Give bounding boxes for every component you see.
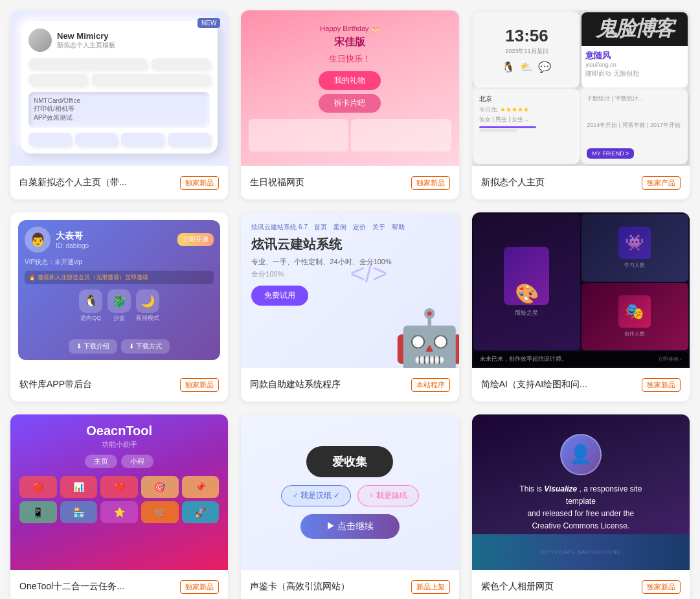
card-3-title: 新拟态个人主页 xyxy=(481,177,637,188)
card6-main-panel: 🎨 简绘之星 xyxy=(473,214,580,350)
card7-btn1: 主页 xyxy=(85,455,117,468)
card-7[interactable]: OeacnTool 功能小助手 主页 小程 🔴 📊 ❤️ 🎯 📌 📱 🏪 ⭐ 🛒… xyxy=(10,414,228,599)
card7-sub: 功能小助手 xyxy=(19,440,219,449)
card1-buttons xyxy=(28,133,210,146)
card4-promo: 🔥 邀请新人注册送会员（无限邀请）立即邀请 xyxy=(25,271,214,284)
card6-br-icon: 🎭 xyxy=(618,295,651,328)
card4-icon-sandbox-label: 沙盒 xyxy=(113,314,125,322)
card-8[interactable]: 爱收集 ♂ 我是汉纸 ✓ ♀ 我是妹纸 ▶ 点击继续 声鉴卡（高效引流网站） 新… xyxy=(241,414,458,599)
card2-btn1: 我的礼物 xyxy=(319,71,381,90)
card-8-title: 声鉴卡（高效引流网站） xyxy=(250,581,405,593)
card3-friend-label: 子数统计 | 字数统计... xyxy=(587,95,683,103)
card4-user-card: 👨 大表哥 ID: dabiogo 立即开通 VIP状态：未开通vip 🔥 邀请… xyxy=(18,220,220,360)
card2-btn2: 拆卡片吧 xyxy=(319,94,381,113)
card7-icon-3: ❤️ xyxy=(100,476,138,498)
card-7-footer: OneTool十二合一云任务... 独家新品 xyxy=(10,570,228,599)
card3-friend: 子数统计 | 字数统计... 2014年开始 | 博客年龄 | 2017年开始 … xyxy=(581,89,688,164)
card3-location: 北京 xyxy=(479,95,575,104)
card-2-thumbnail: Happy Birthday 🎂 宋佳版 生日快乐！ 我的礼物 拆卡片吧 xyxy=(241,10,458,166)
card4-avatar: 👨 xyxy=(25,227,51,253)
card3-brand-bottom: 北京 今日允: ★★★★★ 仙女 | 男生 | 女生... xyxy=(474,89,580,164)
card-6-footer: 简绘AI（支持AI绘图和问... 独家新品 xyxy=(472,368,690,401)
card-4-thumbnail: 👨 大表哥 ID: dabiogo 立即开通 VIP状态：未开通vip 🔥 邀请… xyxy=(10,212,228,368)
card-6-thumbnail: 🎨 简绘之星 👾 学习人数 🎭 创作人数 未来已来，创作效率超绝设计师。 立即体… xyxy=(472,212,690,368)
card4-download1: ⬇ 下载介绍 xyxy=(69,339,117,354)
card-2[interactable]: Happy Birthday 🎂 宋佳版 生日快乐！ 我的礼物 拆卡片吧 生日祝… xyxy=(241,10,458,199)
card2-top: Happy Birthday 🎂 xyxy=(320,25,379,33)
card3-friend-sub: 2014年开始 | 博客年龄 | 2017年开始 xyxy=(587,121,683,130)
card-2-badge: 独家新品 xyxy=(411,176,450,190)
card-4-title: 软件库APP带后台 xyxy=(19,379,175,390)
card4-download2: ⬇ 下载方式 xyxy=(121,339,170,354)
card2-grid-1 xyxy=(249,119,348,152)
card8-main-btn: 爱收集 xyxy=(306,446,393,477)
card3-info: 仙女 | 男生 | 女生... xyxy=(479,115,575,124)
card2-subtitle: 生日快乐！ xyxy=(329,53,371,65)
card-1-thumbnail: NEW New Mimicry 新拟态个人主页模板 xyxy=(10,10,228,166)
card-5-title-text: 同款自助建站系统程序 xyxy=(250,379,405,390)
card9-city-strip: CITYSCAPE BACKGROUND xyxy=(472,534,690,570)
card-9-thumbnail: 👤 This is Visualize , a responsive site … xyxy=(472,414,690,570)
card8-next-btn: ▶ 点击继续 xyxy=(300,514,400,539)
card-1-badge: 独家新品 xyxy=(180,176,219,190)
card1-desc: NMTCard/Office打印机/相机等APP效果测试 xyxy=(28,92,210,128)
card-7-thumbnail: OeacnTool 功能小助手 主页 小程 🔴 📊 ❤️ 🎯 📌 📱 🏪 ⭐ 🛒… xyxy=(10,414,228,570)
card-8-badge: 新品上架 xyxy=(411,580,450,594)
card-3[interactable]: 13:56 2023年11月某日 🐧 ⛅ 💬 鬼脸博客 意随风 yisuifen… xyxy=(472,10,690,199)
card-4-badge: 独家新品 xyxy=(180,378,219,392)
card5-title: 炫讯云建站系统 xyxy=(251,236,448,253)
card7-icon-5: 📌 xyxy=(182,476,220,498)
card-1[interactable]: NEW New Mimicry 新拟态个人主页模板 xyxy=(10,10,228,199)
card7-icon-8: ⭐ xyxy=(100,501,138,523)
card2-grid-2 xyxy=(351,119,451,152)
card-4[interactable]: 👨 大表哥 ID: dabiogo 立即开通 VIP状态：未开通vip 🔥 邀请… xyxy=(10,212,228,401)
card3-brand-top: 鬼脸博客 意随风 yisuifeng.cn 随即而动 无限创想 xyxy=(581,12,688,87)
card3-date-label: 2023年11月某日 xyxy=(505,47,548,56)
card6-btn-label: 立即体验 › xyxy=(658,356,682,363)
card3-time: 13:56 xyxy=(505,26,548,46)
card6-bottom-right: 🎭 创作人数 xyxy=(581,283,688,351)
card7-icons-row1: 🔴 📊 ❤️ 🎯 📌 xyxy=(19,476,219,498)
card-3-badge: 独家产品 xyxy=(642,176,681,190)
card4-download-btns: ⬇ 下载介绍 ⬇ 下载方式 xyxy=(25,339,214,354)
card8-gender-btns: ♂ 我是汉纸 ✓ ♀ 我是妹纸 xyxy=(281,485,418,506)
card3-ear-text: 鬼脸博客 xyxy=(596,15,673,43)
card4-icon-night-label: 夜间模式 xyxy=(136,314,159,322)
card6-bottom-bar: 未来已来，创作效率超绝设计师。 立即体验 › xyxy=(473,352,688,367)
card1-logo: New Mimicry xyxy=(57,31,115,41)
card8-male-btn: ♂ 我是汉纸 ✓ xyxy=(281,485,351,506)
card1-sub: 新拟态个人主页模板 xyxy=(57,41,115,50)
card3-friend-btn: MY FRIEND > xyxy=(587,148,634,159)
card5-robot: 🤖 xyxy=(393,306,459,368)
card7-icon-6: 📱 xyxy=(19,501,57,523)
card9-text: This is Visualize , a responsive site te… xyxy=(516,483,646,533)
card-9[interactable]: 👤 This is Visualize , a responsive site … xyxy=(472,414,690,599)
card7-icon-4: 🎯 xyxy=(141,476,179,498)
card6-bottom-text: 未来已来，创作效率超绝设计师。 xyxy=(480,355,567,363)
card9-text2: , a responsive site template xyxy=(566,484,642,506)
card7-btns: 主页 小程 xyxy=(19,455,219,468)
card4-app-icons: 🐧 逆向QQ 🐉 沙盒 🌙 夜间模式 xyxy=(25,289,214,322)
card-5[interactable]: 炫讯云建站系统 6.7 首页案例定价关于帮助 炫讯云建站系统 专业、一手、个性定… xyxy=(241,212,458,401)
card-3-footer: 新拟态个人主页 独家产品 xyxy=(472,166,690,199)
card-3-thumbnail: 13:56 2023年11月某日 🐧 ⛅ 💬 鬼脸博客 意随风 yisuifen… xyxy=(472,10,690,166)
card-1-content: New Mimicry 新拟态个人主页模板 NMTCard/Office打印机/… xyxy=(21,21,218,153)
card-1-title: 白菜新拟态个人主页（带... xyxy=(19,177,175,188)
card-6[interactable]: 🎨 简绘之星 👾 学习人数 🎭 创作人数 未来已来，创作效率超绝设计师。 立即体… xyxy=(472,212,690,401)
product-grid: NEW New Mimicry 新拟态个人主页模板 xyxy=(10,10,690,599)
card7-btn2: 小程 xyxy=(121,455,153,468)
card7-icon-7: 🏪 xyxy=(60,501,98,523)
card4-icon-qq-label: 逆向QQ xyxy=(80,314,101,322)
card4-icon-night: 🌙 xyxy=(136,289,159,313)
card4-vip-status: VIP状态：未开通vip xyxy=(25,258,214,267)
card8-female-btn: ♀ 我是妹纸 xyxy=(357,485,418,506)
card3-brand-name: 意随风 xyxy=(585,50,684,62)
card7-icons-row2: 📱 🏪 ⭐ 🛒 🚀 xyxy=(19,501,219,523)
card2-name: 宋佳版 xyxy=(334,36,365,49)
card4-icon-qq: 🐧 xyxy=(79,289,102,313)
card-8-footer: 声鉴卡（高效引流网站） 新品上架 xyxy=(241,570,458,599)
card-1-new-badge: NEW xyxy=(198,18,220,28)
card9-text3: and released for free under the Creative… xyxy=(527,509,634,530)
card-5-thumbnail: 炫讯云建站系统 6.7 首页案例定价关于帮助 炫讯云建站系统 专业、一手、个性定… xyxy=(241,212,458,368)
card3-slogan: 随即而动 无限创想 xyxy=(585,69,684,78)
